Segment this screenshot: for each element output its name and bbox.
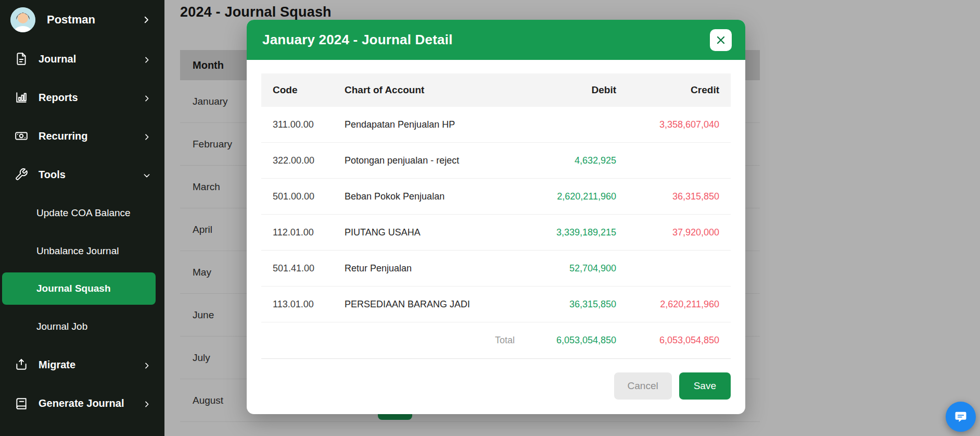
reports-icon [15,91,28,104]
sidebar-item-label: Generate Journal [39,397,124,409]
sidebar-item-label: Journal Squash [36,283,111,294]
total-credit: 6,053,054,850 [627,335,731,346]
cell-code: 311.00.00 [261,119,345,130]
cell-code: 501.00.00 [261,191,345,202]
sidebar-item-label: Journal Job [36,321,87,332]
cell-account: PERSEDIAAN BARANG JADI [345,299,515,310]
cell-credit: 3,358,607,040 [627,119,731,130]
journal-detail-modal: January 2024 - Journal Detail Code Chart… [247,20,745,414]
column-header-credit: Credit [627,84,731,96]
cell-account: Retur Penjualan [345,263,515,274]
chevron-right-icon [143,360,151,369]
recurring-icon [15,129,28,143]
table-row: 112.01.00 PIUTANG USAHA 3,339,189,215 37… [261,215,731,251]
sidebar-item-journal-job[interactable]: Journal Job [0,307,164,345]
chat-icon [953,409,968,424]
close-icon [715,34,727,46]
sidebar-item-reports[interactable]: Reports [0,78,164,117]
close-button[interactable] [710,29,732,51]
cell-debit: 36,315,850 [515,299,627,310]
chevron-right-icon [143,93,151,102]
column-header-debit: Debit [515,84,627,96]
cell-debit: 4,632,925 [515,155,627,166]
table-row: 311.00.00 Pendapatan Penjualan HP 3,358,… [261,107,731,143]
cell-credit: 37,920,000 [627,227,731,238]
sidebar-item-generate-journal[interactable]: Generate Journal [0,384,164,422]
cell-debit: 52,704,900 [515,263,627,274]
sidebar-item-label: Recurring [39,130,87,142]
cell-account: Potongan penjualan - reject [345,155,515,166]
cell-code: 322.00.00 [261,155,345,166]
journal-icon [15,52,28,66]
sidebar-item-label: Tools [39,169,66,181]
table-row: 322.00.00 Potongan penjualan - reject 4,… [261,143,731,179]
sidebar-item-unbalance-journal[interactable]: Unbalance Journal [0,232,164,270]
generate-journal-icon [15,396,28,410]
total-debit: 6,053,054,850 [515,335,627,346]
sidebar-item-label: Journal [39,53,76,65]
profile-menu[interactable]: Postman [0,0,164,40]
cell-debit: 3,339,189,215 [515,227,627,238]
total-label: Total [345,335,515,346]
chevron-right-icon [142,15,151,24]
cell-credit: 36,315,850 [627,191,731,202]
tools-icon [15,168,28,181]
cell-credit: 2,620,211,960 [627,299,731,310]
modal-body: Code Chart of Account Debit Credit 311.0… [247,60,745,414]
cell-code: 501.41.00 [261,263,345,274]
save-button[interactable]: Save [679,372,731,400]
sidebar-item-update-coa-balance[interactable]: Update COA Balance [0,194,164,232]
total-row: Total 6,053,054,850 6,053,054,850 [261,322,731,359]
cell-code: 113.01.00 [261,299,345,310]
cell-debit: 2,620,211,960 [515,191,627,202]
sidebar-item-tools[interactable]: Tools [0,155,164,194]
cell-account: Beban Pokok Penjualan [345,191,515,202]
modal-footer: Cancel Save [261,360,731,400]
cell-account: PIUTANG USAHA [345,227,515,238]
sidebar: Postman Journal Reports Recurring [0,0,164,436]
table-row: 501.41.00 Retur Penjualan 52,704,900 [261,251,731,286]
avatar [10,7,35,32]
cell-account: Pendapatan Penjualan HP [345,119,515,130]
sidebar-item-journal[interactable]: Journal [0,40,164,78]
sidebar-item-journal-squash[interactable]: Journal Squash [2,272,156,305]
modal-title: January 2024 - Journal Detail [262,32,453,48]
table-row: 113.01.00 PERSEDIAAN BARANG JADI 36,315,… [261,286,731,322]
cancel-button[interactable]: Cancel [614,372,672,400]
chevron-down-icon [143,170,151,179]
modal-header: January 2024 - Journal Detail [247,20,745,60]
sidebar-item-recurring[interactable]: Recurring [0,117,164,155]
migrate-icon [15,358,28,371]
chevron-right-icon [143,55,151,63]
column-header-code: Code [261,84,345,96]
table-row: 501.00.00 Beban Pokok Penjualan 2,620,21… [261,179,731,215]
sidebar-item-label: Unbalance Journal [36,245,119,257]
profile-name: Postman [47,13,95,27]
sidebar-item-label: Reports [39,92,78,104]
sidebar-item-label: Migrate [39,359,75,371]
sidebar-item-migrate[interactable]: Migrate [0,345,164,384]
chevron-right-icon [143,132,151,140]
chevron-right-icon [143,399,151,407]
detail-table-header: Code Chart of Account Debit Credit [261,73,731,107]
cell-code: 112.01.00 [261,227,345,238]
column-header-account: Chart of Account [345,84,515,96]
chat-widget-button[interactable] [946,402,976,432]
sidebar-item-label: Update COA Balance [36,207,131,219]
